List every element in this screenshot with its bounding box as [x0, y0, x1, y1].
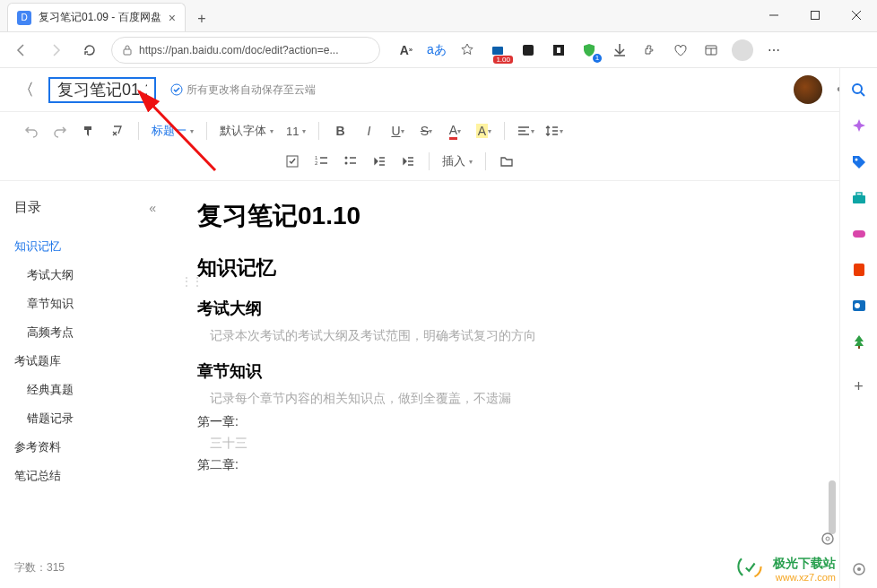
italic-button[interactable]: I: [355, 118, 382, 143]
insert-menu[interactable]: 插入▾: [437, 149, 478, 174]
align-button[interactable]: ▾: [512, 118, 539, 143]
profile-avatar[interactable]: [732, 39, 753, 61]
font-select[interactable]: 默认字体▾: [214, 118, 279, 143]
watermark-logo: [737, 554, 762, 579]
editor-toolbar: 标题一▾ 默认字体▾ 11▾ B I U▾ S▾ A▾ A▾ ▾ ▾ 12 插入…: [0, 111, 877, 181]
toc-item[interactable]: 章节知识: [14, 290, 170, 318]
doc-title-input[interactable]: [48, 77, 156, 103]
svg-rect-8: [557, 48, 560, 53]
line-height-button[interactable]: ▾: [541, 118, 568, 143]
ext-dark-icon[interactable]: [518, 40, 538, 60]
doc-header: 〈 所有更改将自动保存至云端 •••: [0, 68, 877, 111]
rail-settings-icon[interactable]: [849, 559, 869, 579]
toc-item[interactable]: 经典真题: [14, 376, 170, 404]
doc-note: 记录本次考试的考试大纲及考试范围，明确考试复习的方向: [210, 328, 850, 344]
bullet-list-button[interactable]: [337, 149, 364, 174]
user-avatar[interactable]: [794, 75, 822, 104]
svg-rect-29: [856, 193, 862, 195]
toc-item[interactable]: 错题记录: [14, 404, 170, 433]
svg-point-27: [855, 159, 857, 161]
settings-gear-icon[interactable]: [820, 531, 836, 547]
ordered-list-button[interactable]: 12: [308, 149, 335, 174]
svg-point-33: [855, 303, 860, 308]
cloud-check-icon: [170, 83, 183, 96]
doc-h3: 章节知识: [197, 360, 850, 382]
svg-rect-30: [853, 230, 865, 238]
scrollbar[interactable]: [827, 68, 839, 247]
bold-button[interactable]: B: [326, 118, 353, 143]
folder-button[interactable]: [493, 149, 520, 174]
tag-icon[interactable]: [849, 152, 869, 172]
tab-favicon: D: [17, 11, 31, 25]
svg-rect-1: [812, 12, 820, 20]
forward-button[interactable]: [43, 38, 68, 63]
document-content[interactable]: ⋮⋮ 复习笔记01.10 知识记忆 考试大纲 记录本次考试的考试大纲及考试范围，…: [170, 181, 877, 588]
doc-h3: 考试大纲: [197, 298, 850, 319]
search-icon[interactable]: [849, 81, 869, 100]
toc-item[interactable]: 参考资料: [14, 433, 170, 462]
strike-button[interactable]: S▾: [412, 118, 439, 143]
scrollbar-thumb[interactable]: [829, 480, 836, 534]
edge-sidebar: +: [839, 68, 877, 588]
toc-item[interactable]: 知识记忆: [14, 232, 170, 261]
ext-heart-icon[interactable]: [671, 40, 690, 60]
font-color-button[interactable]: A▾: [441, 118, 468, 143]
format-painter-button[interactable]: [75, 118, 102, 143]
toc-item[interactable]: 考试题库: [14, 347, 170, 376]
ext-puzzle-icon[interactable]: [640, 40, 660, 60]
highlight-button[interactable]: A▾: [470, 118, 497, 143]
refresh-button[interactable]: [77, 38, 102, 63]
maximize-button[interactable]: [795, 0, 836, 31]
svg-rect-31: [854, 264, 864, 276]
ext-badge-icon[interactable]: [488, 40, 508, 60]
close-tab-icon[interactable]: ×: [169, 11, 176, 25]
clear-format-button[interactable]: [104, 118, 131, 143]
redo-button[interactable]: [47, 118, 74, 143]
doc-back-button[interactable]: 〈: [18, 79, 34, 100]
minimize-button[interactable]: [753, 0, 795, 31]
add-tool-button[interactable]: +: [849, 376, 869, 396]
heading-select[interactable]: 标题一▾: [146, 118, 199, 143]
svg-rect-28: [853, 195, 865, 203]
games-icon[interactable]: [849, 224, 869, 244]
ext-square-icon[interactable]: [549, 40, 569, 60]
drag-handle-icon[interactable]: ⋮⋮: [181, 275, 203, 288]
url-text: https://pan.baidu.com/doc/edit?action=e.…: [139, 44, 338, 56]
svg-point-21: [345, 157, 348, 160]
new-tab-button[interactable]: +: [189, 6, 214, 31]
office-icon[interactable]: [849, 260, 869, 280]
indent-button[interactable]: [395, 149, 421, 174]
addr-right-icons: A» a⁠あ 1 ⋯: [396, 39, 784, 61]
toc-item[interactable]: 笔记总结: [14, 462, 170, 490]
underline-button[interactable]: U▾: [384, 118, 411, 143]
browser-menu-icon[interactable]: ⋯: [764, 40, 784, 60]
back-button[interactable]: [9, 38, 34, 63]
tree-icon[interactable]: [849, 332, 869, 351]
svg-point-22: [345, 162, 348, 165]
collections-icon[interactable]: [701, 40, 721, 60]
doc-line: 第一章:: [197, 414, 850, 430]
outlook-icon[interactable]: [849, 296, 869, 316]
svg-point-25: [853, 84, 862, 93]
svg-rect-34: [858, 346, 860, 349]
url-field[interactable]: https://pan.baidu.com/doc/edit?action=e.…: [111, 37, 380, 64]
svg-point-39: [826, 537, 829, 540]
checklist-button[interactable]: [280, 149, 307, 174]
browser-tab[interactable]: D 复习笔记01.09 - 百度网盘 ×: [7, 3, 186, 31]
close-window-button[interactable]: [836, 0, 877, 31]
toc-item[interactable]: 考试大纲: [14, 261, 170, 290]
briefcase-icon[interactable]: [849, 188, 869, 208]
favorite-icon[interactable]: [457, 40, 477, 60]
reader-icon[interactable]: A»: [396, 40, 416, 60]
fontsize-select[interactable]: 11▾: [281, 118, 311, 143]
translate-icon[interactable]: a⁠あ: [427, 40, 447, 60]
save-status: 所有更改将自动保存至云端: [170, 82, 316, 98]
collapse-sidebar-button[interactable]: «: [149, 201, 156, 215]
outdent-button[interactable]: [366, 149, 393, 174]
sparkle-icon[interactable]: [849, 117, 869, 136]
ext-shield-icon[interactable]: 1: [579, 40, 599, 60]
ext-download-icon[interactable]: [610, 40, 630, 60]
undo-button[interactable]: [18, 118, 45, 143]
watermark: 极光下载站 www.xz7.com: [773, 556, 836, 583]
toc-item[interactable]: 高频考点: [14, 318, 170, 347]
